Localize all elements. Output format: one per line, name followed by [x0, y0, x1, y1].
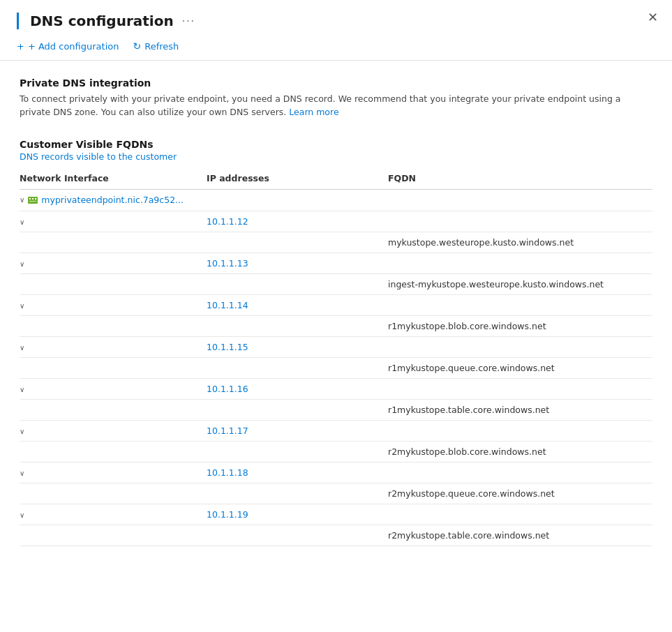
ip-chevron[interactable]: ∨ — [20, 302, 24, 310]
nic-name[interactable]: myprivateendpoint.nic.7a9c52... — [41, 195, 184, 205]
fqdn-section-title: Customer Visible FQDNs — [20, 139, 652, 150]
fqdn-row: r2mykustope.queue.core.windows.net — [20, 483, 652, 504]
ip-chevron[interactable]: ∨ — [20, 511, 24, 519]
svg-rect-1 — [29, 198, 31, 200]
ip-chevron[interactable]: ∨ — [20, 428, 24, 435]
fqdn-table: Network Interface IP addresses FQDN ∨ — [20, 169, 652, 546]
ip-row: ∨ 10.1.1.19 — [20, 504, 652, 525]
ip-row: ∨ 10.1.1.18 — [20, 462, 652, 483]
fqdn-row: r2mykustope.blob.core.windows.net — [20, 441, 652, 462]
ip-chevron[interactable]: ∨ — [20, 469, 24, 477]
fqdn-value: r2mykustope.table.core.windows.net — [388, 530, 549, 541]
ip-address: 10.1.1.16 — [207, 384, 248, 394]
nic-icon — [27, 195, 38, 206]
fqdn-value: r1mykustope.blob.core.windows.net — [388, 321, 546, 331]
column-header-network: Network Interface — [20, 169, 201, 190]
nic-cell: ∨ — [20, 195, 647, 206]
private-dns-title: Private DNS integration — [20, 77, 652, 89]
ip-row: ∨ 10.1.1.17 — [20, 420, 652, 441]
ip-chevron[interactable]: ∨ — [20, 386, 24, 393]
fqdn-section-subtitle: DNS records visible to the customer — [20, 151, 652, 162]
fqdn-value: r1mykustope.queue.core.windows.net — [388, 363, 555, 373]
ip-address: 10.1.1.17 — [207, 426, 248, 436]
ip-address: 10.1.1.12 — [207, 216, 248, 227]
add-configuration-label: + Add configuration — [28, 41, 119, 52]
column-header-fqdn: FQDN — [382, 169, 652, 190]
refresh-button[interactable]: ↻ Refresh — [133, 40, 179, 52]
learn-more-link[interactable]: Learn more — [289, 107, 338, 117]
panel-header: DNS configuration ··· ✕ — [0, 0, 672, 29]
svg-rect-0 — [28, 197, 38, 204]
content-area: Private DNS integration To connect priva… — [0, 61, 672, 546]
ip-chevron[interactable]: ∨ — [20, 260, 24, 268]
ip-row: ∨ 10.1.1.13 — [20, 253, 652, 273]
panel-title: DNS configuration — [30, 13, 174, 29]
ip-chevron[interactable]: ∨ — [20, 344, 24, 352]
toolbar: + + Add configuration ↻ Refresh — [0, 29, 672, 61]
fqdn-row: ingest-mykustope.westeurope.kusto.window… — [20, 273, 652, 294]
private-dns-section: Private DNS integration To connect priva… — [20, 77, 652, 119]
ip-address: 10.1.1.15 — [207, 342, 248, 352]
fqdn-value: mykustope.westeurope.kusto.windows.net — [388, 237, 574, 248]
ip-address: 10.1.1.13 — [207, 258, 248, 269]
nic-parent-row: ∨ — [20, 189, 652, 211]
fqdn-row: r1mykustope.blob.core.windows.net — [20, 315, 652, 336]
fqdn-row: r1mykustope.queue.core.windows.net — [20, 357, 652, 378]
fqdn-row: mykustope.westeurope.kusto.windows.net — [20, 232, 652, 253]
add-configuration-button[interactable]: + + Add configuration — [17, 41, 119, 52]
ip-address: 10.1.1.14 — [207, 300, 248, 310]
ip-row: ∨ 10.1.1.12 — [20, 211, 652, 232]
title-accent-bar — [17, 13, 19, 29]
close-button[interactable]: ✕ — [648, 11, 658, 24]
title-bar: DNS configuration ··· — [17, 13, 198, 29]
fqdn-row: r1mykustope.table.core.windows.net — [20, 399, 652, 420]
fqdn-value: ingest-mykustope.westeurope.kusto.window… — [388, 279, 604, 289]
svg-rect-3 — [35, 198, 36, 200]
nic-chevron[interactable]: ∨ — [20, 196, 24, 204]
ellipsis-button[interactable]: ··· — [179, 15, 198, 27]
ip-address: 10.1.1.18 — [207, 467, 248, 478]
ip-row: ∨ 10.1.1.15 — [20, 336, 652, 357]
fqdn-value: r2mykustope.queue.core.windows.net — [388, 488, 555, 499]
refresh-label: Refresh — [144, 41, 179, 52]
svg-rect-4 — [29, 201, 36, 202]
column-header-ip: IP addresses — [201, 169, 382, 190]
fqdn-value: r1mykustope.table.core.windows.net — [388, 405, 549, 415]
ip-address: 10.1.1.19 — [207, 509, 248, 520]
ip-row: ∨ 10.1.1.14 — [20, 294, 652, 315]
table-header: Network Interface IP addresses FQDN — [20, 169, 652, 190]
ip-row: ∨ 10.1.1.16 — [20, 378, 652, 399]
dns-configuration-panel: DNS configuration ··· ✕ + + Add configur… — [0, 0, 672, 632]
private-dns-description: To connect privately with your private e… — [20, 93, 652, 119]
svg-rect-2 — [32, 198, 33, 200]
refresh-icon: ↻ — [133, 40, 141, 52]
fqdn-section: Customer Visible FQDNs DNS records visib… — [20, 139, 652, 546]
fqdn-value: r2mykustope.blob.core.windows.net — [388, 446, 546, 457]
ip-chevron[interactable]: ∨ — [20, 218, 24, 226]
add-icon: + — [17, 41, 24, 52]
fqdn-row: r2mykustope.table.core.windows.net — [20, 525, 652, 546]
